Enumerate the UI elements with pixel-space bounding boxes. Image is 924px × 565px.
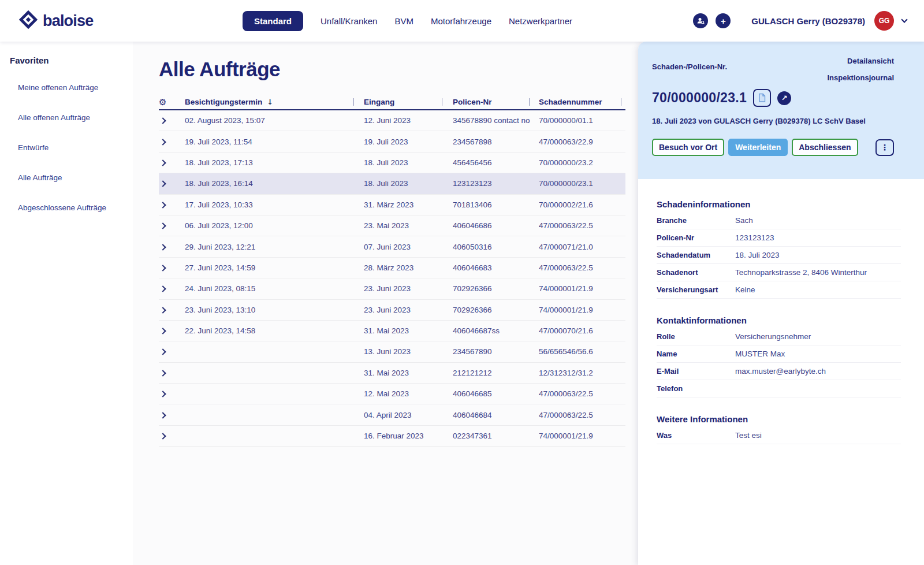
table-row[interactable]: 29. Juni 2023, 12:2107. Juni 20234060503… [159,236,625,257]
cell-policen-nr: 234567890 [453,347,539,356]
chevron-right-icon[interactable] [159,307,166,313]
tab-bvm[interactable]: BVM [394,11,413,31]
column-header-eingang[interactable]: Eingang [364,98,453,106]
chevron-right-icon[interactable] [159,181,166,187]
detailansicht-link[interactable]: Detailansicht [847,57,894,65]
table-row[interactable]: 18. Juli 2023, 16:1418. Juli 20231231231… [159,173,625,194]
chevron-right-icon[interactable] [159,139,166,145]
table-row[interactable]: 06. Juli 2023, 12:0023. Mai 202340604668… [159,215,625,236]
cell-policen-nr: 701813406 [453,200,539,209]
field-row: SchadenortTechnoparkstrasse 2, 8406 Wint… [657,264,901,281]
table-row[interactable]: 17. Juli 2023, 10:3331. März 20237018134… [159,195,625,215]
cell-policen-nr: 406046687ss [453,326,539,335]
cell-eingang: 31. Mai 2023 [364,326,453,335]
cell-schadennummer: 47/000071/21.0 [539,243,625,251]
cell-schadennummer: 70/000000/23.1 [539,179,625,188]
chevron-right-icon[interactable] [159,328,166,334]
chevron-right-icon[interactable] [159,265,166,271]
chevron-right-icon[interactable] [159,370,166,376]
inspektionsjournal-link[interactable]: Inspektionsjournal [827,73,894,82]
table-row[interactable]: 31. Mai 202321212121212/312312/31.2 [159,363,625,384]
sidebar-item-entw-rfe[interactable]: Entwürfe [18,143,133,152]
table-row[interactable]: 18. Juli 2023, 17:1318. Juli 20234564564… [159,153,625,173]
field-label-schadenort: Schadenort [657,268,735,277]
table-row[interactable]: 27. Juni 2023, 14:5928. März 20234060466… [159,258,625,278]
detail-panel: Schaden-/Policen-Nr. Detailansicht Inspe… [638,42,924,565]
chevron-right-icon[interactable] [159,286,166,292]
user-avatar[interactable]: GG [874,11,894,31]
sidebar-item-alle-offenen-auftr-ge[interactable]: Alle offenen Aufträge [18,113,133,122]
table-row[interactable]: 13. Juni 202323456789056/656546/56.6 [159,341,625,362]
chevron-right-icon[interactable] [159,391,166,397]
add-icon[interactable]: + [716,13,731,28]
field-value-schadendatum: 18. Juli 2023 [735,251,780,259]
cell-schadennummer: 74/000001/21.9 [539,306,625,314]
table-row[interactable]: 16. Februar 202302234736174/000001/21.9 [159,426,625,447]
row-expand-cell [159,221,185,230]
table-row[interactable]: 22. Juni 2023, 14:5831. Mai 202340604668… [159,321,625,341]
user-menu-name[interactable]: GULASCH Gerry (BO29378) [751,16,865,26]
tab-motorfahrzeuge[interactable]: Motorfahrzeuge [431,11,491,31]
section-kontaktinformationen: KontaktinformationenRolleVersicherungsne… [657,315,901,397]
chevron-down-icon[interactable] [901,16,907,23]
chevron-right-icon[interactable] [159,118,166,124]
tab-unfall-kranken[interactable]: Unfall/Kranken [321,11,377,31]
table-row[interactable]: 04. April 202340604668447/000063/22.5 [159,404,625,425]
field-label-schadendatum: Schadendatum [657,251,735,259]
table-row[interactable]: 23. Juni 2023, 13:1023. Juni 20237029263… [159,300,625,321]
field-label-was: Was [657,431,735,440]
more-actions-kebab-icon[interactable]: ⋮ [875,139,894,156]
table-row[interactable]: 24. Juni 2023, 08:1523. Juni 20237029263… [159,278,625,299]
abschliessen-button[interactable]: Abschliessen [792,139,858,156]
person-search-icon[interactable] [693,13,708,28]
column-header-besichtigungstermin[interactable]: Besichtigungstermin↓ [185,98,364,106]
field-row: RolleVersicherungsnehmer [657,328,901,345]
field-value-was: Test esi [735,431,762,440]
sidebar-title: Favoriten [10,55,133,65]
chevron-right-icon[interactable] [159,433,166,439]
tab-standard[interactable]: Standard [243,11,303,31]
cell-eingang: 19. Juli 2023 [364,137,453,146]
besuch-vor-ort-button[interactable]: Besuch vor Ort [652,139,724,156]
chevron-right-icon[interactable] [159,412,166,418]
column-header-schadennummer[interactable]: Schadennummer [539,98,625,106]
row-expand-cell [159,179,185,188]
tab-netzwerkpartner[interactable]: Netzwerkpartner [509,11,572,31]
cell-besichtigungstermin: 29. Juni 2023, 12:21 [185,243,364,251]
chevron-right-icon[interactable] [159,222,166,229]
chevron-right-icon[interactable] [159,159,166,166]
sidebar-item-abgeschlossene-auftr-ge[interactable]: Abgeschlossene Aufträge [18,203,133,212]
table-settings-icon[interactable]: ⚙ [159,97,166,107]
field-row: VersicherungsartKeine [657,281,901,299]
cell-policen-nr: 212121212 [453,369,539,377]
chevron-right-icon[interactable] [159,349,166,355]
cell-eingang: 18. Juli 2023 [364,158,453,167]
sort-desc-icon: ↓ [267,98,273,106]
chevron-right-icon[interactable] [159,202,166,208]
row-expand-cell [159,389,185,398]
table-row[interactable]: 02. August 2023, 15:0712. Juni 202334567… [159,110,625,131]
row-expand-cell [159,411,185,419]
cell-besichtigungstermin: 06. Juli 2023, 12:00 [185,221,364,230]
field-label-branche: Branche [657,216,735,225]
row-expand-cell [159,306,185,314]
brand-name: baloise [43,12,93,30]
row-expand-cell [159,137,185,146]
sidebar-item-meine-offenen-auftr-ge[interactable]: Meine offenen Aufträge [18,83,133,92]
field-value-schadenort: Technoparkstrasse 2, 8406 Winterthur [735,268,867,277]
cell-schadennummer: 12/312312/31.2 [539,369,625,377]
column-header-policen-nr[interactable]: Policen-Nr [453,98,539,106]
weiterleiten-button[interactable]: Weiterleiten [728,139,788,156]
open-claim-icon[interactable]: ↗ [777,91,791,105]
chevron-right-icon[interactable] [159,244,166,250]
baloise-logo[interactable]: baloise [18,10,151,32]
table-row[interactable]: 12. Mai 202340604668547/000063/22.5 [159,384,625,404]
column-divider [353,98,354,106]
copy-icon[interactable] [753,89,771,107]
cell-schadennummer: 47/000063/22.5 [539,389,625,398]
field-row: Telefon [657,380,901,397]
row-expand-cell [159,326,185,335]
cell-eingang: 23. Juni 2023 [364,306,453,314]
table-row[interactable]: 19. Juli 2023, 11:5419. Juli 20232345678… [159,131,625,152]
sidebar-item-alle-auftr-ge[interactable]: Alle Aufträge [18,173,133,182]
